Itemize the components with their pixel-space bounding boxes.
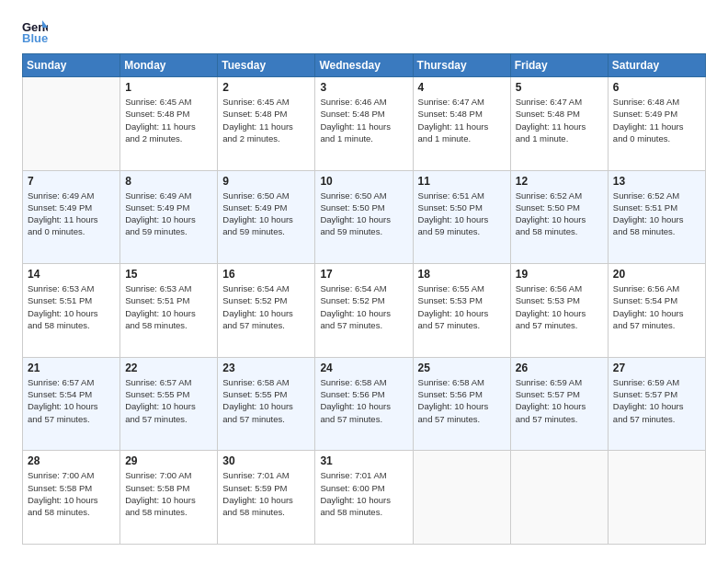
calendar-cell: 17Sunrise: 6:54 AMSunset: 5:52 PMDayligh… bbox=[315, 264, 413, 358]
day-info: Sunrise: 7:00 AMSunset: 5:58 PMDaylight:… bbox=[125, 469, 212, 518]
calendar-cell: 8Sunrise: 6:49 AMSunset: 5:49 PMDaylight… bbox=[120, 170, 218, 264]
calendar-cell: 18Sunrise: 6:55 AMSunset: 5:53 PMDayligh… bbox=[413, 264, 510, 358]
calendar-cell: 14Sunrise: 6:53 AMSunset: 5:51 PMDayligh… bbox=[23, 264, 120, 358]
day-number: 10 bbox=[320, 175, 407, 188]
day-info: Sunrise: 6:47 AMSunset: 5:48 PMDaylight:… bbox=[418, 96, 506, 144]
day-info: Sunrise: 7:01 AMSunset: 5:59 PMDaylight:… bbox=[222, 469, 310, 518]
day-number: 7 bbox=[28, 175, 115, 188]
day-number: 8 bbox=[125, 175, 212, 188]
calendar-week-row: 21Sunrise: 6:57 AMSunset: 5:54 PMDayligh… bbox=[23, 357, 706, 451]
day-number: 3 bbox=[320, 81, 407, 94]
day-info: Sunrise: 6:58 AMSunset: 5:56 PMDaylight:… bbox=[320, 376, 407, 425]
day-number: 13 bbox=[613, 175, 700, 188]
day-number: 22 bbox=[125, 362, 212, 374]
col-header-sunday: Sunday bbox=[23, 54, 120, 77]
day-info: Sunrise: 6:46 AMSunset: 5:48 PMDaylight:… bbox=[320, 96, 407, 144]
day-number: 24 bbox=[320, 362, 407, 374]
day-number: 18 bbox=[418, 268, 506, 281]
logo-icon: General Blue bbox=[22, 18, 48, 44]
day-number: 12 bbox=[516, 175, 603, 188]
page: General Blue SundayMondayTuesdayWednesda… bbox=[0, 0, 728, 563]
calendar-cell: 12Sunrise: 6:52 AMSunset: 5:50 PMDayligh… bbox=[510, 170, 608, 264]
day-number: 25 bbox=[418, 362, 506, 374]
day-info: Sunrise: 6:45 AMSunset: 5:48 PMDaylight:… bbox=[125, 96, 212, 144]
calendar-cell: 31Sunrise: 7:01 AMSunset: 6:00 PMDayligh… bbox=[315, 451, 413, 545]
header: General Blue bbox=[22, 18, 706, 44]
day-number: 31 bbox=[320, 454, 407, 467]
day-number: 17 bbox=[320, 268, 407, 281]
calendar-cell: 19Sunrise: 6:56 AMSunset: 5:53 PMDayligh… bbox=[510, 264, 608, 358]
day-number: 4 bbox=[418, 81, 506, 94]
day-number: 5 bbox=[516, 81, 603, 94]
day-number: 14 bbox=[28, 268, 115, 281]
calendar-cell: 20Sunrise: 6:56 AMSunset: 5:54 PMDayligh… bbox=[608, 264, 705, 358]
day-number: 15 bbox=[125, 268, 212, 281]
day-info: Sunrise: 6:53 AMSunset: 5:51 PMDaylight:… bbox=[125, 282, 212, 331]
calendar-cell: 10Sunrise: 6:50 AMSunset: 5:50 PMDayligh… bbox=[315, 170, 413, 264]
day-number: 20 bbox=[613, 268, 700, 281]
calendar-cell: 24Sunrise: 6:58 AMSunset: 5:56 PMDayligh… bbox=[315, 357, 413, 451]
day-info: Sunrise: 6:54 AMSunset: 5:52 PMDaylight:… bbox=[222, 282, 310, 331]
day-info: Sunrise: 6:58 AMSunset: 5:55 PMDaylight:… bbox=[222, 376, 310, 425]
col-header-thursday: Thursday bbox=[413, 54, 510, 77]
day-number: 2 bbox=[222, 81, 310, 94]
calendar-cell: 1Sunrise: 6:45 AMSunset: 5:48 PMDaylight… bbox=[120, 77, 218, 171]
day-info: Sunrise: 6:56 AMSunset: 5:54 PMDaylight:… bbox=[613, 282, 700, 331]
calendar-cell: 23Sunrise: 6:58 AMSunset: 5:55 PMDayligh… bbox=[218, 357, 315, 451]
day-number: 16 bbox=[222, 268, 310, 281]
day-info: Sunrise: 6:55 AMSunset: 5:53 PMDaylight:… bbox=[418, 282, 506, 331]
day-number: 26 bbox=[516, 362, 603, 374]
calendar-week-row: 14Sunrise: 6:53 AMSunset: 5:51 PMDayligh… bbox=[23, 264, 706, 358]
col-header-wednesday: Wednesday bbox=[315, 54, 413, 77]
calendar-cell: 7Sunrise: 6:49 AMSunset: 5:49 PMDaylight… bbox=[23, 170, 120, 264]
day-number: 27 bbox=[613, 362, 700, 374]
calendar-cell: 21Sunrise: 6:57 AMSunset: 5:54 PMDayligh… bbox=[23, 357, 120, 451]
day-info: Sunrise: 6:47 AMSunset: 5:48 PMDaylight:… bbox=[516, 96, 603, 144]
day-info: Sunrise: 6:52 AMSunset: 5:51 PMDaylight:… bbox=[613, 190, 700, 238]
day-info: Sunrise: 6:57 AMSunset: 5:55 PMDaylight:… bbox=[125, 376, 212, 425]
logo: General Blue bbox=[22, 18, 51, 44]
day-number: 29 bbox=[125, 454, 212, 467]
col-header-friday: Friday bbox=[510, 54, 608, 77]
day-info: Sunrise: 7:01 AMSunset: 6:00 PMDaylight:… bbox=[320, 469, 407, 518]
day-number: 11 bbox=[418, 175, 506, 188]
calendar-cell: 5Sunrise: 6:47 AMSunset: 5:48 PMDaylight… bbox=[510, 77, 608, 171]
calendar-cell: 3Sunrise: 6:46 AMSunset: 5:48 PMDaylight… bbox=[315, 77, 413, 171]
calendar-cell: 26Sunrise: 6:59 AMSunset: 5:57 PMDayligh… bbox=[510, 357, 608, 451]
calendar-cell: 15Sunrise: 6:53 AMSunset: 5:51 PMDayligh… bbox=[120, 264, 218, 358]
day-info: Sunrise: 6:54 AMSunset: 5:52 PMDaylight:… bbox=[320, 282, 407, 331]
day-info: Sunrise: 6:45 AMSunset: 5:48 PMDaylight:… bbox=[222, 96, 310, 144]
calendar-week-row: 1Sunrise: 6:45 AMSunset: 5:48 PMDaylight… bbox=[23, 77, 706, 171]
day-info: Sunrise: 6:49 AMSunset: 5:49 PMDaylight:… bbox=[125, 190, 212, 238]
col-header-tuesday: Tuesday bbox=[218, 54, 315, 77]
calendar-cell: 28Sunrise: 7:00 AMSunset: 5:58 PMDayligh… bbox=[23, 451, 120, 545]
day-number: 19 bbox=[516, 268, 603, 281]
calendar-cell: 16Sunrise: 6:54 AMSunset: 5:52 PMDayligh… bbox=[218, 264, 315, 358]
day-info: Sunrise: 6:53 AMSunset: 5:51 PMDaylight:… bbox=[28, 282, 115, 331]
calendar-cell: 2Sunrise: 6:45 AMSunset: 5:48 PMDaylight… bbox=[218, 77, 315, 171]
calendar-header-row: SundayMondayTuesdayWednesdayThursdayFrid… bbox=[23, 54, 706, 77]
calendar-cell: 30Sunrise: 7:01 AMSunset: 5:59 PMDayligh… bbox=[218, 451, 315, 545]
calendar-cell: 4Sunrise: 6:47 AMSunset: 5:48 PMDaylight… bbox=[413, 77, 510, 171]
svg-text:Blue: Blue bbox=[22, 31, 48, 44]
calendar-cell bbox=[608, 451, 705, 545]
calendar-cell: 9Sunrise: 6:50 AMSunset: 5:49 PMDaylight… bbox=[218, 170, 315, 264]
calendar-week-row: 28Sunrise: 7:00 AMSunset: 5:58 PMDayligh… bbox=[23, 451, 706, 545]
calendar-cell bbox=[510, 451, 608, 545]
day-number: 21 bbox=[28, 362, 115, 374]
day-number: 28 bbox=[28, 454, 115, 467]
calendar-cell: 25Sunrise: 6:58 AMSunset: 5:56 PMDayligh… bbox=[413, 357, 510, 451]
calendar-cell: 22Sunrise: 6:57 AMSunset: 5:55 PMDayligh… bbox=[120, 357, 218, 451]
day-info: Sunrise: 7:00 AMSunset: 5:58 PMDaylight:… bbox=[28, 469, 115, 518]
day-number: 30 bbox=[222, 454, 310, 467]
calendar-week-row: 7Sunrise: 6:49 AMSunset: 5:49 PMDaylight… bbox=[23, 170, 706, 264]
calendar-cell: 29Sunrise: 7:00 AMSunset: 5:58 PMDayligh… bbox=[120, 451, 218, 545]
day-info: Sunrise: 6:52 AMSunset: 5:50 PMDaylight:… bbox=[516, 190, 603, 238]
day-info: Sunrise: 6:51 AMSunset: 5:50 PMDaylight:… bbox=[418, 190, 506, 238]
day-info: Sunrise: 6:59 AMSunset: 5:57 PMDaylight:… bbox=[613, 376, 700, 425]
day-info: Sunrise: 6:48 AMSunset: 5:49 PMDaylight:… bbox=[613, 96, 700, 144]
day-info: Sunrise: 6:56 AMSunset: 5:53 PMDaylight:… bbox=[516, 282, 603, 331]
day-info: Sunrise: 6:50 AMSunset: 5:50 PMDaylight:… bbox=[320, 190, 407, 238]
calendar-cell: 6Sunrise: 6:48 AMSunset: 5:49 PMDaylight… bbox=[608, 77, 705, 171]
day-info: Sunrise: 6:50 AMSunset: 5:49 PMDaylight:… bbox=[222, 190, 310, 238]
